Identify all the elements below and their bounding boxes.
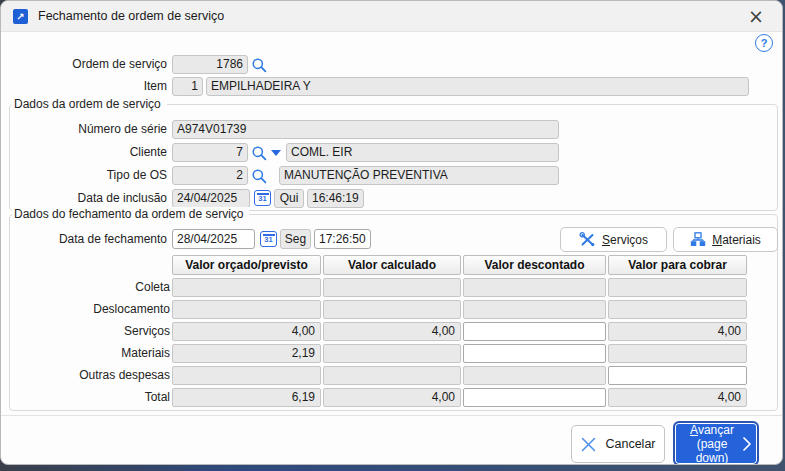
data-inclusao-weekday-badge: Qui [274,189,304,208]
totals-cell[interactable] [463,322,606,341]
totals-row-label: Total [3,388,170,407]
close-icon[interactable]: × [738,1,774,31]
totals-column-header: Valor calculado [323,255,461,275]
data-fechamento-weekday-badge: Seg [280,229,311,249]
totals-cell [608,344,747,363]
totals-cell: 4,00 [172,322,321,341]
totals-table-rows: ColetaDeslocamentoServiços4,004,004,00Ma… [3,278,747,407]
servicos-button[interactable]: Serviços [560,227,667,252]
totals-column-header: Valor orçado/previsto [172,255,321,275]
numero-serie-label: Número de série [1,120,167,139]
totals-row-label: Coleta [3,278,170,297]
materiais-button-label: Materiais [712,233,761,247]
materials-icon [690,232,706,247]
totals-cell [172,278,321,297]
totals-cell [463,366,606,385]
totals-cell [172,300,321,319]
totals-table-header: Valor orçado/previstoValor calculadoValo… [3,255,747,275]
tools-icon [579,232,596,247]
data-fechamento-label: Data de fechamento [1,229,167,249]
totals-header-spacer [3,255,170,275]
advance-button[interactable]: Avançar (page down) [673,421,759,465]
dialog-fechamento-ordem-servico: ↗ Fechamento de ordem de serviço × ? Ord… [0,0,783,465]
totals-cell [608,278,747,297]
item-number-field: 1 [172,77,203,96]
chevron-right-icon [742,436,752,452]
data-fechamento-time-input[interactable]: 17:26:50 [314,229,371,249]
data-inclusao-calendar-icon[interactable]: 31 [254,190,271,206]
help-icon[interactable]: ? [755,34,773,52]
totals-cell [323,278,461,297]
totals-cell[interactable] [463,344,606,363]
cancel-x-icon [580,436,597,453]
advance-button-sublabel: (page down) [696,437,729,465]
materiais-button[interactable]: Materiais [673,227,778,252]
titlebar: ↗ Fechamento de ordem de serviço × [1,1,782,32]
totals-cell: 4,00 [608,322,747,341]
cliente-search-icon[interactable] [251,145,268,162]
totals-cell [172,366,321,385]
group-dados-fechamento-title: Dados do fechamento da ordem de serviço [12,207,249,221]
window-icon: ↗ [13,9,28,24]
cliente-code-field: 7 [172,143,248,162]
totals-row-label: Deslocamento [3,300,170,319]
totals-cell [608,300,747,319]
data-inclusao-time-field: 16:46:19 [307,189,364,208]
totals-row-label: Outras despesas [3,366,170,385]
totals-cell: 4,00 [323,388,461,407]
ordem-servico-field: 1786 [172,55,248,74]
totals-row-label: Materiais [3,344,170,363]
servicos-button-label: Serviços [602,233,648,247]
totals-column-header: Valor para cobrar [608,255,747,275]
cliente-label: Cliente [1,143,167,162]
data-fechamento-calendar-icon[interactable]: 31 [260,231,277,247]
tipo-os-label: Tipo de OS [1,166,167,185]
totals-cell [323,300,461,319]
group-dados-ordem-servico-title: Dados da ordem de serviço [12,97,167,111]
window-title: Fechamento de ordem de serviço [38,1,224,31]
data-inclusao-date-field: 24/04/2025 [172,189,250,208]
cancel-button[interactable]: Cancelar [571,425,665,463]
totals-cell [323,344,461,363]
cliente-dropdown-arrow-icon[interactable] [271,150,281,156]
cancel-button-label: Cancelar [605,437,655,451]
totals-cell [463,300,606,319]
totals-cell [463,278,606,297]
ordem-search-icon[interactable] [251,57,268,74]
footer-separator [1,415,782,416]
tipo-os-code-field: 2 [172,166,248,185]
totals-cell [323,366,461,385]
item-description-field: EMPILHADEIRA Y [206,77,749,96]
data-fechamento-date-input[interactable]: 28/04/2025 [172,229,255,249]
totals-cell[interactable] [463,388,606,407]
totals-cell: 2,19 [172,344,321,363]
numero-serie-field: A974V01739 [172,120,559,139]
advance-button-label: Avançar [690,423,734,437]
cliente-name-field: COML. EIR [286,143,559,162]
totals-column-header: Valor descontado [463,255,606,275]
totals-cell: 4,00 [608,388,747,407]
totals-cell: 4,00 [323,322,461,341]
tipo-os-search-icon[interactable] [251,168,268,185]
item-label: Item [1,77,167,96]
totals-row-label: Serviços [3,322,170,341]
totals-cell: 6,19 [172,388,321,407]
totals-cell[interactable] [608,366,747,385]
tipo-os-name-field: MANUTENÇÃO PREVENTIVA [279,166,559,185]
data-inclusao-label: Data de inclusão [1,189,167,208]
ordem-servico-label: Ordem de serviço [1,55,167,74]
